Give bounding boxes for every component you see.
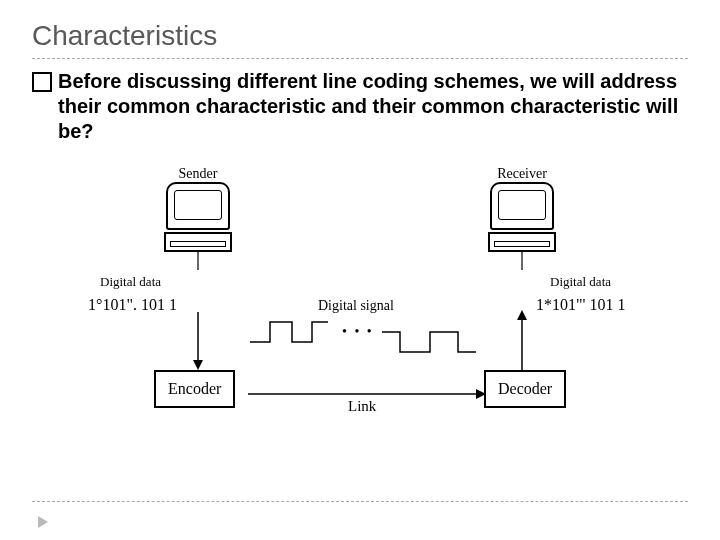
signal-ellipsis: • • • (342, 324, 374, 340)
decoder-label: Decoder (498, 380, 552, 398)
link-label: Link (348, 398, 376, 415)
decoder-box: Decoder (484, 370, 566, 408)
bullet-icon (32, 72, 52, 92)
body-text: Before discussing different line coding … (58, 69, 688, 144)
slide: Characteristics Before discussing differ… (0, 0, 720, 540)
bits-right-text: 1*101"' 101 1 (536, 296, 625, 314)
digital-signal-label: Digital signal (318, 298, 394, 314)
bits-left-text: 1°101". 101 1 (88, 296, 177, 314)
page-title: Characteristics (32, 20, 688, 52)
svg-marker-5 (517, 310, 527, 320)
digital-data-right-label: Digital data (550, 274, 611, 290)
digital-data-left-label: Digital data (100, 274, 161, 290)
title-divider (32, 58, 688, 59)
encoder-label: Encoder (168, 380, 221, 398)
encoder-box: Encoder (154, 370, 235, 408)
diagram-connectors-icon (80, 164, 640, 464)
footer-divider (32, 501, 688, 502)
footer-marker-icon (38, 516, 48, 528)
body-bullet: Before discussing different line coding … (32, 69, 688, 144)
svg-marker-3 (193, 360, 203, 370)
line-coding-diagram: Sender Receiver (80, 164, 640, 464)
